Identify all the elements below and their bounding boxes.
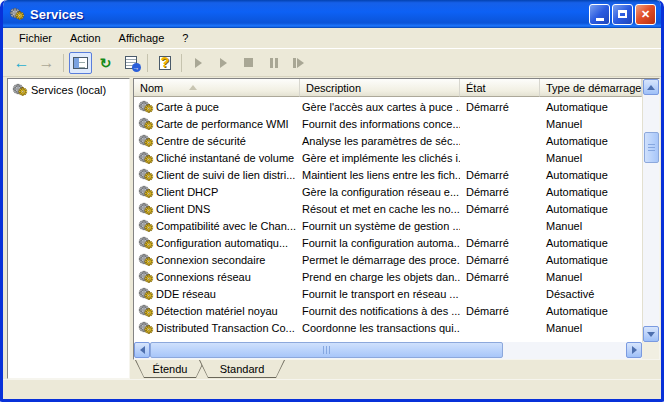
forward-button[interactable]: → <box>35 52 58 74</box>
service-description: Gère la configuration réseau e... <box>300 186 460 198</box>
table-row[interactable]: Connexions réseauPrend en charge les obj… <box>134 268 659 285</box>
service-status: Démarré <box>460 101 540 113</box>
table-row[interactable]: Connexion secondairePermet le démarrage … <box>134 251 659 268</box>
content-area: Services (local) Nom Description État <box>3 77 661 379</box>
service-description: Gère et implémente les clichés i... <box>300 152 460 164</box>
export-list-icon <box>125 56 137 69</box>
tab-label: Étendu <box>136 360 204 377</box>
horizontal-scrollbar-thumb[interactable] <box>150 342 503 358</box>
back-button[interactable]: ← <box>10 52 33 74</box>
column-header-label: État <box>466 82 486 94</box>
close-button[interactable]: ✕ <box>635 4 656 25</box>
toolbar-separator <box>147 54 148 72</box>
minimize-button[interactable] <box>589 4 610 25</box>
thumb-grip <box>323 346 331 354</box>
forward-arrow-icon: → <box>39 55 55 71</box>
table-row[interactable]: Distributed Transaction Co...Coordonne l… <box>134 319 659 336</box>
table-row[interactable]: Centre de sécuritéAnalyse les paramètres… <box>134 132 659 149</box>
services-app-icon <box>9 7 25 21</box>
refresh-icon: ↻ <box>100 56 112 70</box>
vertical-scrollbar[interactable] <box>642 79 659 342</box>
service-name: Connexions réseau <box>156 271 251 283</box>
refresh-button[interactable]: ↻ <box>94 52 117 74</box>
service-gear-icon <box>138 185 154 199</box>
services-list-pane: Nom Description État Type de démarrage <box>133 78 660 360</box>
table-row[interactable]: Client DNSRésout et met en cache les no.… <box>134 200 659 217</box>
tab-standard[interactable]: Standard <box>199 360 285 378</box>
resume-service-button[interactable] <box>212 52 235 74</box>
scroll-right-button[interactable] <box>626 342 642 358</box>
column-header-nom[interactable]: Nom <box>134 79 300 97</box>
service-description: Fournit la configuration automa... <box>300 237 460 249</box>
table-row[interactable]: Carte de performance WMIFournit des info… <box>134 115 659 132</box>
service-gear-icon <box>138 100 154 114</box>
pause-service-button[interactable] <box>262 52 285 74</box>
pause-icon <box>270 58 278 68</box>
back-arrow-icon: ← <box>14 55 30 71</box>
service-name: Centre de sécurité <box>156 135 246 147</box>
restart-service-button[interactable] <box>287 52 310 74</box>
stop-service-button[interactable] <box>237 52 260 74</box>
menu-affichage[interactable]: Affichage <box>110 30 174 46</box>
menu-bar: Fichier Action Affichage ? <box>3 28 661 49</box>
toolbar-separator <box>181 54 182 72</box>
vertical-scrollbar-thumb[interactable] <box>644 132 659 163</box>
service-status: Démarré <box>460 271 540 283</box>
menu-fichier[interactable]: Fichier <box>10 30 61 46</box>
column-header-row: Nom Description État Type de démarrage <box>134 79 659 97</box>
service-name: Distributed Transaction Co... <box>156 322 295 334</box>
service-name: Connexion secondaire <box>156 254 265 266</box>
service-status: Démarré <box>460 186 540 198</box>
horizontal-scrollbar[interactable] <box>134 342 642 359</box>
table-row[interactable]: Détection matériel noyauFournit des noti… <box>134 302 659 319</box>
scroll-up-button[interactable] <box>643 79 659 95</box>
show-hide-console-tree-button[interactable] <box>69 52 92 74</box>
service-gear-icon <box>138 253 154 267</box>
maximize-button[interactable] <box>612 4 633 25</box>
export-list-button[interactable] <box>119 52 142 74</box>
table-row[interactable]: Compatibilité avec le Chan...Fournit un … <box>134 217 659 234</box>
toolbar: ← → ↻ <box>3 49 661 77</box>
service-description: Résout et met en cache les no... <box>300 203 460 215</box>
column-header-type-demarrage[interactable]: Type de démarrage <box>540 79 642 97</box>
service-gear-icon <box>138 151 154 165</box>
table-row[interactable]: Client DHCPGère la configuration réseau … <box>134 183 659 200</box>
tab-etendu[interactable]: Étendu <box>135 360 205 378</box>
column-header-description[interactable]: Description <box>300 79 460 97</box>
arrow-left-icon <box>140 346 145 354</box>
start-service-button[interactable] <box>187 52 210 74</box>
service-name: Configuration automatiqu... <box>156 237 288 249</box>
column-header-etat[interactable]: État <box>460 79 540 97</box>
table-row[interactable]: Carte à puceGère l'accès aux cartes à pu… <box>134 98 659 115</box>
service-description: Coordonne les transactions qui... <box>300 322 460 334</box>
service-description: Fournit des notifications à des ... <box>300 305 460 317</box>
service-name: Compatibilité avec le Chan... <box>156 220 296 232</box>
service-gear-icon <box>138 202 154 216</box>
services-node-icon <box>12 83 28 97</box>
service-gear-icon <box>138 287 154 301</box>
table-row[interactable]: DDE réseauFournit le transport en réseau… <box>134 285 659 302</box>
scroll-left-button[interactable] <box>134 342 150 358</box>
arrow-right-icon <box>632 346 637 354</box>
restart-icon <box>293 58 304 68</box>
service-gear-icon <box>138 321 154 335</box>
column-header-label: Description <box>306 82 361 94</box>
table-row[interactable]: Cliché instantané de volumeGère et implé… <box>134 149 659 166</box>
menu-action[interactable]: Action <box>61 30 110 46</box>
scroll-down-button[interactable] <box>643 326 659 342</box>
service-description: Gère l'accès aux cartes à puce ... <box>300 101 460 113</box>
service-status: Démarré <box>460 237 540 249</box>
sort-ascending-icon <box>189 85 197 90</box>
sidebar-item-label: Services (local) <box>31 84 106 96</box>
help-button[interactable] <box>153 52 176 74</box>
table-row[interactable]: Client de suivi de lien distri...Maintie… <box>134 166 659 183</box>
table-row[interactable]: Configuration automatiqu...Fournit la co… <box>134 234 659 251</box>
sidebar-item-services-local[interactable]: Services (local) <box>10 82 127 98</box>
minimize-icon <box>596 18 604 21</box>
service-gear-icon <box>138 304 154 318</box>
menu-aide[interactable]: ? <box>173 30 197 46</box>
column-header-label: Nom <box>140 82 163 94</box>
service-description: Prend en charge les objets dan... <box>300 271 460 283</box>
console-tree-pane: Services (local) <box>7 78 130 379</box>
services-list-area: Nom Description État Type de démarrage <box>133 78 660 379</box>
